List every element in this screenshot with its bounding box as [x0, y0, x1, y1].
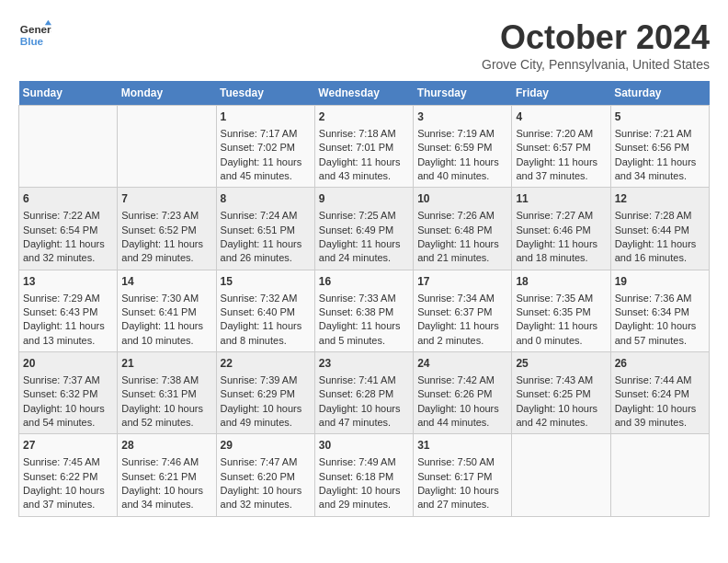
day-info: Sunrise: 7:44 AM — [615, 373, 705, 387]
calendar-cell: 21Sunrise: 7:38 AMSunset: 6:31 PMDayligh… — [118, 352, 216, 434]
day-number: 4 — [516, 109, 606, 125]
calendar-cell: 26Sunrise: 7:44 AMSunset: 6:24 PMDayligh… — [610, 352, 709, 434]
day-number: 6 — [23, 191, 113, 207]
day-info: Sunset: 6:24 PM — [615, 387, 705, 401]
day-info: Daylight: 10 hours and 49 minutes. — [221, 402, 311, 431]
day-number: 21 — [121, 356, 211, 372]
day-info: Sunset: 6:51 PM — [221, 224, 311, 237]
day-info: Daylight: 11 hours and 0 minutes. — [516, 319, 606, 348]
day-info: Sunrise: 7:41 AM — [319, 373, 409, 387]
day-info: Sunrise: 7:45 AM — [23, 455, 113, 469]
calendar-header: SundayMondayTuesdayWednesdayThursdayFrid… — [19, 81, 710, 106]
day-info: Sunset: 6:40 PM — [221, 305, 311, 319]
day-info: Sunset: 6:25 PM — [516, 387, 606, 401]
day-info: Daylight: 10 hours and 42 minutes. — [516, 402, 606, 431]
day-info: Sunrise: 7:32 AM — [221, 292, 311, 305]
day-number: 17 — [417, 274, 507, 290]
day-info: Daylight: 10 hours and 47 minutes. — [319, 402, 409, 431]
day-info: Daylight: 11 hours and 5 minutes. — [319, 319, 409, 348]
location: Grove City, Pennsylvania, United States — [482, 57, 710, 72]
calendar-cell: 9Sunrise: 7:25 AMSunset: 6:49 PMDaylight… — [314, 188, 413, 270]
calendar-cell: 8Sunrise: 7:24 AMSunset: 6:51 PMDaylight… — [216, 188, 314, 270]
day-info: Daylight: 11 hours and 10 minutes. — [121, 319, 211, 348]
day-number: 22 — [221, 356, 311, 372]
day-number: 25 — [516, 356, 606, 372]
day-info: Sunset: 6:54 PM — [23, 224, 113, 237]
calendar-cell: 5Sunrise: 7:21 AMSunset: 6:56 PMDaylight… — [610, 106, 709, 188]
calendar-week-1: 1Sunrise: 7:17 AMSunset: 7:02 PMDaylight… — [19, 106, 710, 188]
calendar-cell: 17Sunrise: 7:34 AMSunset: 6:37 PMDayligh… — [414, 270, 512, 351]
day-number: 1 — [221, 109, 311, 125]
calendar-cell — [610, 434, 709, 516]
calendar-cell: 28Sunrise: 7:46 AMSunset: 6:21 PMDayligh… — [118, 434, 216, 516]
day-info: Sunrise: 7:50 AM — [417, 455, 507, 469]
day-info: Sunrise: 7:26 AM — [417, 209, 507, 223]
day-info: Sunrise: 7:28 AM — [615, 209, 705, 223]
calendar-cell: 6Sunrise: 7:22 AMSunset: 6:54 PMDaylight… — [19, 188, 118, 270]
day-number: 20 — [23, 356, 113, 372]
day-info: Sunrise: 7:43 AM — [516, 373, 606, 387]
calendar-cell: 11Sunrise: 7:27 AMSunset: 6:46 PMDayligh… — [512, 188, 610, 270]
day-info: Daylight: 10 hours and 34 minutes. — [121, 484, 211, 512]
day-number: 31 — [417, 438, 507, 454]
calendar-cell: 1Sunrise: 7:17 AMSunset: 7:02 PMDaylight… — [216, 106, 314, 188]
day-info: Daylight: 11 hours and 13 minutes. — [23, 319, 113, 348]
day-info: Sunrise: 7:37 AM — [23, 373, 113, 387]
calendar-week-4: 20Sunrise: 7:37 AMSunset: 6:32 PMDayligh… — [19, 352, 710, 434]
calendar-week-5: 27Sunrise: 7:45 AMSunset: 6:22 PMDayligh… — [19, 434, 710, 516]
day-info: Sunrise: 7:46 AM — [121, 455, 211, 469]
day-info: Sunset: 6:57 PM — [516, 141, 606, 155]
day-info: Sunrise: 7:17 AM — [221, 127, 311, 141]
day-info: Sunset: 6:17 PM — [417, 470, 507, 484]
day-info: Daylight: 10 hours and 57 minutes. — [615, 319, 705, 348]
calendar-cell: 14Sunrise: 7:30 AMSunset: 6:41 PMDayligh… — [118, 270, 216, 351]
day-info: Sunrise: 7:27 AM — [516, 209, 606, 223]
calendar-cell: 27Sunrise: 7:45 AMSunset: 6:22 PMDayligh… — [19, 434, 118, 516]
day-info: Daylight: 10 hours and 29 minutes. — [319, 484, 409, 512]
day-info: Sunset: 6:32 PM — [23, 387, 113, 401]
day-info: Sunset: 6:26 PM — [417, 387, 507, 401]
day-info: Sunset: 6:59 PM — [417, 141, 507, 155]
day-info: Daylight: 10 hours and 44 minutes. — [417, 402, 507, 431]
day-info: Daylight: 11 hours and 18 minutes. — [516, 237, 606, 266]
day-info: Daylight: 10 hours and 37 minutes. — [23, 484, 113, 512]
day-info: Daylight: 11 hours and 29 minutes. — [121, 237, 211, 266]
day-info: Sunset: 6:29 PM — [221, 387, 311, 401]
day-number: 10 — [417, 191, 507, 207]
day-number: 14 — [121, 274, 211, 290]
calendar-cell: 25Sunrise: 7:43 AMSunset: 6:25 PMDayligh… — [512, 352, 610, 434]
day-number: 5 — [615, 109, 705, 125]
day-info: Daylight: 10 hours and 32 minutes. — [221, 484, 311, 512]
calendar-cell: 12Sunrise: 7:28 AMSunset: 6:44 PMDayligh… — [610, 188, 709, 270]
day-info: Sunset: 6:28 PM — [319, 387, 409, 401]
day-info: Sunrise: 7:38 AM — [121, 373, 211, 387]
day-info: Sunrise: 7:24 AM — [221, 209, 311, 223]
day-info: Daylight: 10 hours and 54 minutes. — [23, 402, 113, 431]
day-number: 9 — [319, 191, 409, 207]
weekday-header-sunday: Sunday — [19, 81, 118, 106]
day-info: Sunrise: 7:22 AM — [23, 209, 113, 223]
calendar-body: 1Sunrise: 7:17 AMSunset: 7:02 PMDaylight… — [19, 106, 710, 517]
day-info: Sunset: 6:35 PM — [516, 305, 606, 319]
day-info: Sunset: 6:43 PM — [23, 305, 113, 319]
day-info: Daylight: 11 hours and 26 minutes. — [221, 237, 311, 266]
day-info: Sunset: 6:41 PM — [121, 305, 211, 319]
day-info: Daylight: 11 hours and 8 minutes. — [221, 319, 311, 348]
day-number: 2 — [319, 109, 409, 125]
calendar-cell: 15Sunrise: 7:32 AMSunset: 6:40 PMDayligh… — [216, 270, 314, 351]
weekday-header-wednesday: Wednesday — [314, 81, 413, 106]
day-info: Daylight: 11 hours and 32 minutes. — [23, 237, 113, 266]
day-info: Sunrise: 7:30 AM — [121, 292, 211, 305]
day-info: Sunset: 6:20 PM — [221, 470, 311, 484]
day-info: Sunset: 6:34 PM — [615, 305, 705, 319]
weekday-header-friday: Friday — [512, 81, 610, 106]
day-info: Sunset: 6:22 PM — [23, 470, 113, 484]
title-area: October 2024 Grove City, Pennsylvania, U… — [482, 18, 710, 72]
calendar-cell: 29Sunrise: 7:47 AMSunset: 6:20 PMDayligh… — [216, 434, 314, 516]
calendar-cell: 16Sunrise: 7:33 AMSunset: 6:38 PMDayligh… — [314, 270, 413, 351]
day-info: Sunset: 6:31 PM — [121, 387, 211, 401]
day-info: Daylight: 10 hours and 39 minutes. — [615, 402, 705, 431]
page-header: General Blue General Blue October 2024 G… — [18, 18, 710, 72]
month-title: October 2024 — [482, 18, 710, 57]
weekday-header-tuesday: Tuesday — [216, 81, 314, 106]
